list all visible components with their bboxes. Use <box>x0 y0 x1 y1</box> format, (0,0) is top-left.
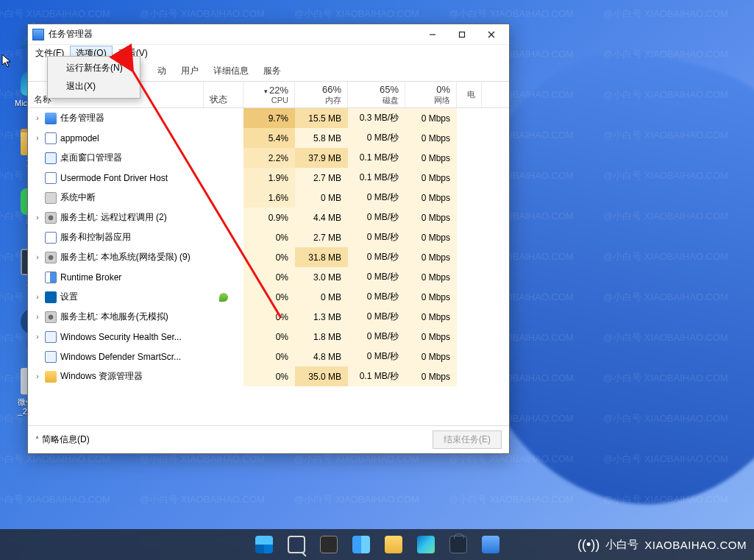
cell-network: 0 Mbps <box>405 128 457 148</box>
cell-cpu: 9.7% <box>243 108 295 128</box>
process-icon <box>45 212 57 224</box>
process-row[interactable]: ›服务主机: 远程过程调用 (2)0.9%4.4 MB0 MB/秒0 Mbps <box>28 208 509 227</box>
process-name: 设置 <box>60 291 78 303</box>
cell-cpu: 0% <box>243 327 295 347</box>
tab-fragment[interactable]: 动 <box>153 63 171 79</box>
process-row[interactable]: ›Windows Security Health Ser...0%1.8 MB0… <box>28 327 509 347</box>
cell-network: 0 Mbps <box>405 168 457 188</box>
cell-disk: 0 MB/秒 <box>348 267 405 287</box>
process-icon <box>45 113 57 124</box>
taskbar-explorer[interactable] <box>380 531 408 559</box>
widgets-icon <box>352 536 370 553</box>
cell-disk: 0 MB/秒 <box>348 287 405 307</box>
tab-details[interactable]: 详细信息 <box>209 63 253 79</box>
tab-users[interactable]: 用户 <box>177 63 203 79</box>
cell-network: 0 Mbps <box>405 227 457 247</box>
header-status[interactable]: 状态 <box>204 82 243 107</box>
expand-toggle-icon[interactable]: › <box>34 213 41 221</box>
process-row[interactable]: ›任务管理器9.7%15.5 MB0.3 MB/秒0 Mbps <box>28 108 509 128</box>
cell-disk: 0.1 MB/秒 <box>348 148 405 168</box>
header-power[interactable]: 电 <box>457 82 482 107</box>
cell-name: ›任务管理器 <box>28 108 204 128</box>
chevron-up-icon: ˄ <box>35 436 39 444</box>
cell-network: 0 Mbps <box>405 208 457 227</box>
process-row[interactable]: ›设置0%0 MB0 MB/秒0 Mbps <box>28 287 509 307</box>
process-icon <box>45 232 57 244</box>
process-row[interactable]: 桌面窗口管理器2.2%37.9 MB0.1 MB/秒0 Mbps <box>28 148 509 168</box>
folder-icon <box>385 536 402 553</box>
cell-status <box>204 148 243 168</box>
end-task-button[interactable]: 结束任务(E) <box>433 430 502 449</box>
header-disk[interactable]: 65%磁盘 <box>348 82 405 107</box>
cell-status <box>204 267 243 287</box>
expand-toggle-icon[interactable]: › <box>34 134 41 142</box>
sort-indicator-icon: ▾ <box>264 88 268 95</box>
cell-network: 0 Mbps <box>405 247 457 267</box>
cell-disk: 0 MB/秒 <box>348 227 405 247</box>
process-row[interactable]: Usermode Font Driver Host1.9%2.7 MB0.1 M… <box>28 168 509 188</box>
expand-toggle-icon[interactable]: › <box>34 114 41 122</box>
menu-item-exit[interactable]: 退出(X) <box>50 77 138 96</box>
process-row[interactable]: ›服务主机: 本地服务(无模拟)0%1.3 MB0 MB/秒0 Mbps <box>28 307 509 327</box>
cell-disk: 0 MB/秒 <box>348 188 405 208</box>
fewer-details-toggle[interactable]: ˄ 简略信息(D) <box>35 433 90 446</box>
process-icon <box>45 351 57 363</box>
menu-item-run-new-task[interactable]: 运行新任务(N) <box>50 59 138 77</box>
cell-network: 0 Mbps <box>405 287 457 307</box>
cell-memory: 2.7 MB <box>295 227 348 247</box>
taskbar-store[interactable] <box>444 531 472 559</box>
taskbar-task-manager[interactable] <box>477 531 505 559</box>
header-network[interactable]: 0%网络 <box>405 82 457 107</box>
minimize-button[interactable] <box>418 24 447 45</box>
taskbar-widgets[interactable] <box>347 531 375 559</box>
close-button[interactable] <box>477 24 506 45</box>
start-button[interactable] <box>250 531 278 559</box>
expand-toggle-icon[interactable]: › <box>34 333 41 341</box>
leaf-icon <box>219 293 228 302</box>
cell-network: 0 Mbps <box>405 267 457 287</box>
expand-toggle-icon[interactable]: › <box>34 293 41 301</box>
process-row[interactable]: ›appmodel5.4%5.8 MB0 MB/秒0 Mbps <box>28 128 509 148</box>
cell-disk: 0 MB/秒 <box>348 327 405 347</box>
expand-toggle-icon[interactable]: › <box>34 313 41 321</box>
cell-name: ›appmodel <box>28 128 204 148</box>
process-row[interactable]: ›服务主机: 本地系统(网络受限) (9)0%31.8 MB0 MB/秒0 Mb… <box>28 247 509 267</box>
process-icon <box>45 291 57 303</box>
maximize-button[interactable] <box>447 24 477 45</box>
process-row[interactable]: 服务和控制器应用0%2.7 MB0 MB/秒0 Mbps <box>28 227 509 247</box>
process-icon <box>45 252 57 263</box>
expand-toggle-icon[interactable]: › <box>34 372 41 380</box>
process-row[interactable]: Windows Defender SmartScr...0%4.8 MB0 MB… <box>28 347 509 366</box>
cell-cpu: 0% <box>243 227 295 247</box>
cell-status <box>204 366 243 386</box>
tab-services[interactable]: 服务 <box>259 63 285 79</box>
cell-status <box>204 188 243 208</box>
cell-disk: 0 MB/秒 <box>348 247 405 267</box>
process-row[interactable]: 系统中断1.6%0 MB0 MB/秒0 Mbps <box>28 188 509 208</box>
windows-logo-icon <box>255 536 273 553</box>
svg-rect-1 <box>460 32 465 37</box>
process-name: 服务主机: 远程过程调用 (2) <box>60 211 167 224</box>
cell-network: 0 Mbps <box>405 148 457 168</box>
header-memory[interactable]: 66%内存 <box>295 82 348 107</box>
cell-network: 0 Mbps <box>405 108 457 128</box>
cell-name: Windows Defender SmartScr... <box>28 347 204 366</box>
process-name: 服务和控制器应用 <box>60 231 131 244</box>
cell-network: 0 Mbps <box>405 307 457 327</box>
process-row[interactable]: ›Windows 资源管理器0%35.0 MB0.1 MB/秒0 Mbps <box>28 366 509 386</box>
header-cpu[interactable]: ▾22% CPU <box>243 82 295 107</box>
cell-network: 0 Mbps <box>405 327 457 347</box>
cell-disk: 0.1 MB/秒 <box>348 366 405 386</box>
process-list[interactable]: ›任务管理器9.7%15.5 MB0.3 MB/秒0 Mbps›appmodel… <box>28 108 509 425</box>
taskbar-task-view[interactable] <box>315 531 343 559</box>
taskbar-search[interactable] <box>282 531 310 559</box>
taskbar-edge[interactable] <box>412 531 440 559</box>
cell-network: 0 Mbps <box>405 366 457 386</box>
file-menu-dropdown: 运行新任务(N) 退出(X) <box>47 56 141 99</box>
cell-disk: 0 MB/秒 <box>348 347 405 366</box>
cell-memory: 5.8 MB <box>295 128 348 148</box>
expand-toggle-icon[interactable]: › <box>34 253 41 261</box>
title-bar[interactable]: 任务管理器 <box>28 24 509 45</box>
process-row[interactable]: Runtime Broker0%3.0 MB0 MB/秒0 Mbps <box>28 267 509 287</box>
cell-memory: 0 MB <box>295 188 348 208</box>
